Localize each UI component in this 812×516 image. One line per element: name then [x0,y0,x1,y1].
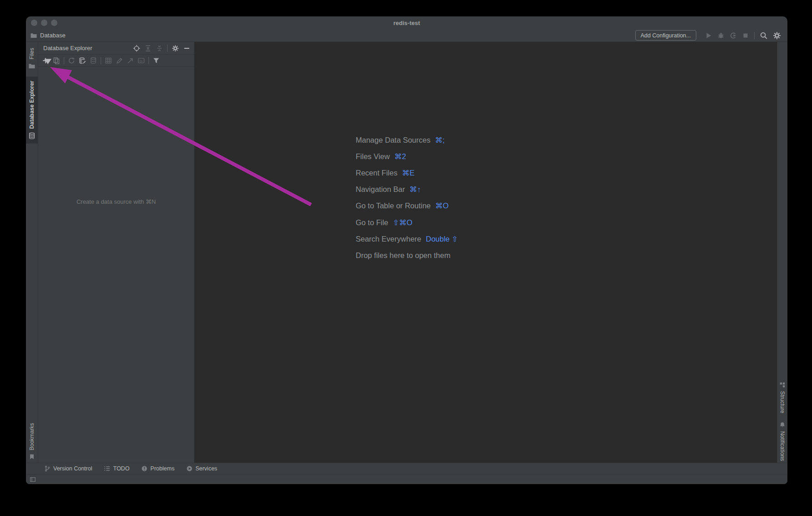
duplicate-icon[interactable] [53,57,60,64]
shortcut-keys: ⇧⌘O [393,218,413,227]
shortcut-keys: ⌘E [402,169,415,177]
shortcut-row: Go to Table or Routine ⌘O [356,198,458,214]
shortcut-keys: ⌘↑ [409,185,421,194]
toolwindow-label: Version Control [53,465,92,472]
run-icon[interactable] [705,32,712,39]
bookmark-icon [29,454,35,460]
git-branch-icon [44,465,51,472]
tool-window-bar: Version Control TODO Problems [26,463,787,474]
files-tab-label: Files [29,48,35,59]
main-area: Files Database Explorer Book [26,42,787,463]
stripe-tab-files[interactable]: Files [26,44,38,74]
shortcut-row: Drop files here to open them [356,247,458,263]
gear-icon[interactable] [172,45,179,52]
folder-icon [30,32,37,39]
toolwindow-services[interactable]: Services [186,465,217,472]
toolbar-separator [754,32,755,39]
shortcut-row: Files View ⌘2 [356,148,458,165]
collapse-all-icon[interactable] [156,45,163,52]
stripe-tab-bookmarks[interactable]: Bookmarks [26,419,38,463]
toolwindow-label: Problems [150,465,174,472]
ide-window: redis-test Database Add Configuration... [26,16,787,484]
left-tool-stripe: Files Database Explorer Book [26,42,38,463]
stripe-tab-structure[interactable]: Structure [777,377,787,418]
right-tool-stripe: Structure Notifications [777,42,787,463]
shortcut-row: Go to File ⇧⌘O [356,214,458,231]
shortcut-label: Go to Table or Routine [356,201,431,210]
shortcut-hints: Manage Data Sources ⌘; Files View ⌘2 Rec… [356,132,458,264]
folder-icon [28,62,36,70]
notifications-tab-label: Notifications [779,431,786,461]
ql-badge: QL [139,60,143,62]
database-objects-icon[interactable] [90,57,97,64]
editor-area[interactable]: Manage Data Sources ⌘; Files View ⌘2 Rec… [194,42,777,463]
empty-panel-hint: Create a data source with ⌘N [38,198,194,205]
shortcut-label: Recent Files [356,169,398,177]
panel-toolbar: QL [38,55,194,67]
bookmarks-tab-label: Bookmarks [29,423,35,450]
shortcut-label: Go to File [356,218,388,227]
database-icon [28,132,36,139]
database-explorer-tab-label: Database Explorer [29,81,35,129]
structure-icon [779,382,786,388]
shortcut-label: Search Everywhere [356,235,421,243]
toolwindow-label: Services [195,465,217,472]
structure-tab-label: Structure [779,391,786,413]
panel-header: Database Explorer [38,42,194,55]
filter-icon[interactable] [153,57,160,64]
debug-icon[interactable] [717,32,725,39]
toolwindow-todo[interactable]: TODO [104,465,129,472]
shortcut-row: Navigation Bar ⌘↑ [356,181,458,198]
stripe-tab-database-explorer[interactable]: Database Explorer [26,77,38,143]
shortcut-keys: ⌘O [435,201,449,210]
shortcut-keys: Double ⇧ [426,235,458,243]
data-source-properties-icon[interactable] [79,57,86,64]
panel-body: Create a data source with ⌘N [38,67,194,463]
title-bar: redis-test [26,16,787,29]
table-icon[interactable] [105,57,112,64]
shortcut-label: Manage Data Sources [356,136,430,144]
shortcut-label: Navigation Bar [356,185,405,194]
locate-icon[interactable] [133,45,140,52]
navigation-bar: Database Add Configuration... [26,29,787,42]
toolwindow-problems[interactable]: Problems [141,465,174,472]
shortcut-row: Recent Files ⌘E [356,165,458,181]
new-data-source-button[interactable] [42,57,49,64]
search-icon[interactable] [760,31,768,40]
run-controls: Add Configuration... [635,30,781,41]
shortcut-label: Drop files here to open them [356,251,450,260]
profile-icon[interactable] [730,32,737,39]
breadcrumb-label: Database [40,32,66,39]
panel-title: Database Explorer [43,45,92,52]
expand-all-icon[interactable] [144,45,152,52]
breadcrumb[interactable]: Database [30,32,66,39]
toolwindow-version-control[interactable]: Version Control [44,465,92,472]
status-bar [26,474,787,484]
tool-window-switcher-icon[interactable] [30,476,36,483]
todo-list-icon [104,465,110,472]
toolbar-separator [148,57,149,64]
edit-icon[interactable] [116,57,123,64]
toolbar-separator [101,57,101,64]
shortcut-row: Manage Data Sources ⌘; [356,132,458,148]
database-explorer-panel: Database Explorer [38,42,194,463]
toolbar-separator [167,45,168,52]
settings-icon[interactable] [773,31,781,40]
jump-to-console-icon[interactable] [127,57,134,64]
shortcut-keys: ⌘2 [394,152,406,161]
problems-icon [141,465,148,472]
window-title: redis-test [26,16,787,29]
toolbar-separator [64,57,64,64]
shortcut-row: Search Everywhere Double ⇧ [356,231,458,247]
refresh-icon[interactable] [68,57,75,64]
stripe-tab-notifications[interactable]: Notifications [777,418,787,463]
toolwindow-label: TODO [113,465,129,472]
hide-panel-icon[interactable] [183,45,190,52]
stop-icon[interactable] [742,32,749,39]
shortcut-label: Files View [356,152,390,161]
services-icon [186,465,193,472]
add-configuration-button[interactable]: Add Configuration... [635,30,697,41]
query-console-icon[interactable]: QL [138,57,145,64]
bell-icon [779,422,786,428]
shortcut-keys: ⌘; [435,136,444,144]
